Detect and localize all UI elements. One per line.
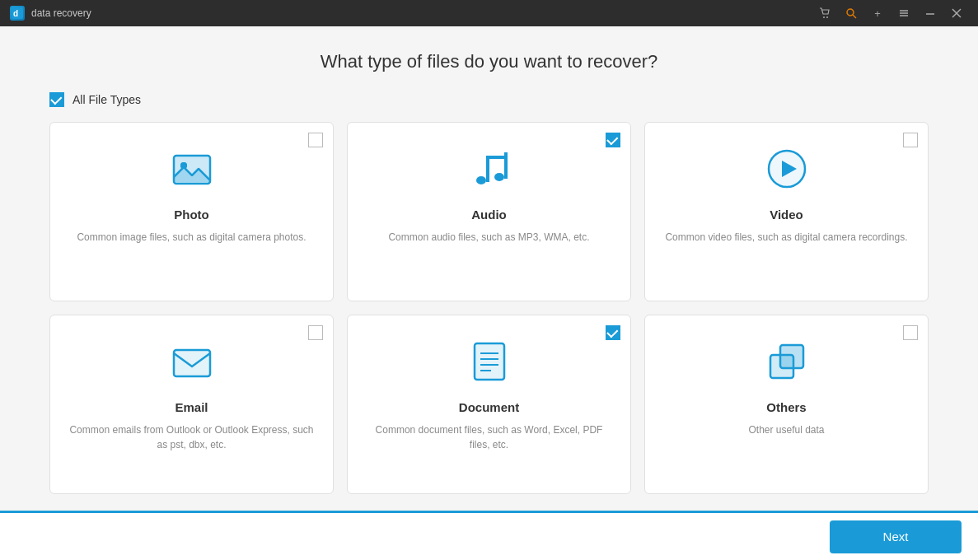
cart-icon[interactable] [813,3,836,23]
others-desc: Other useful data [748,422,824,437]
all-file-types-label: All File Types [73,93,141,106]
email-card[interactable]: Email Common emails from Outlook or Outl… [49,315,334,494]
titlebar-left: d data recovery [10,6,91,21]
page-title: What type of files do you want to recove… [49,51,929,72]
others-icon [765,340,808,389]
close-button[interactable] [945,3,968,23]
svg-rect-25 [174,350,210,376]
photo-desc: Common image files, such as digital came… [77,230,306,245]
others-card[interactable]: Others Other useful data [644,315,929,494]
email-icon [171,340,213,389]
video-checkbox[interactable] [903,133,918,147]
document-card[interactable]: Document Common document files, such as … [347,315,631,494]
search-icon[interactable] [840,3,863,23]
all-file-types-row[interactable]: All File Types [49,92,929,107]
svg-point-18 [494,173,504,181]
document-icon [468,340,511,389]
video-title: Video [770,208,803,222]
video-desc: Common video files, such as digital came… [665,230,907,245]
svg-rect-27 [475,343,504,380]
bottom-bar: Next [0,511,978,560]
minimize-button[interactable] [919,3,942,23]
app-logo: d [10,6,25,21]
email-checkbox[interactable] [308,325,323,340]
video-card[interactable]: Video Common video files, such as digita… [644,122,929,301]
svg-text:d: d [13,9,18,18]
audio-title: Audio [471,208,507,222]
audio-icon [468,147,511,196]
svg-point-3 [826,16,828,18]
svg-rect-35 [780,345,803,368]
document-desc: Common document files, such as Word, Exc… [364,422,614,452]
svg-line-5 [853,15,856,18]
menu-icon[interactable] [892,3,915,23]
all-file-types-checkbox[interactable] [49,92,64,107]
svg-rect-21 [486,156,508,159]
svg-point-16 [180,162,187,169]
svg-point-17 [476,176,486,184]
video-icon [765,147,808,196]
app-name: data recovery [31,7,91,19]
titlebar: d data recovery + [0,0,978,26]
email-title: Email [175,400,208,414]
photo-title: Photo [174,208,209,222]
svg-point-4 [847,9,854,16]
others-checkbox[interactable] [903,325,918,340]
titlebar-controls: + [813,3,968,23]
audio-desc: Common audio files, such as MP3, WMA, et… [388,230,589,245]
audio-card[interactable]: Audio Common audio files, such as MP3, W… [347,122,631,301]
svg-rect-19 [486,156,489,182]
others-title: Others [766,400,806,414]
email-desc: Common emails from Outlook or Outlook Ex… [67,422,316,452]
photo-checkbox[interactable] [308,133,323,147]
document-checkbox[interactable] [606,325,620,340]
document-title: Document [459,400,519,414]
file-type-grid: Photo Common image files, such as digita… [49,122,929,494]
audio-checkbox[interactable] [606,133,620,147]
svg-point-2 [823,16,825,18]
photo-icon [171,147,213,196]
plus-button[interactable]: + [866,3,889,23]
main-content: What type of files do you want to recove… [0,26,978,511]
next-button[interactable]: Next [830,520,962,553]
photo-card[interactable]: Photo Common image files, such as digita… [49,122,334,301]
